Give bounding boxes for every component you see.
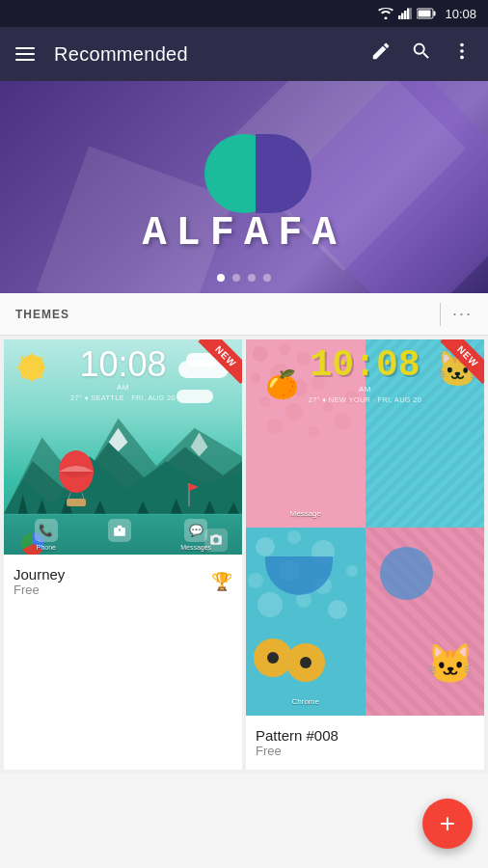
- edit-icon[interactable]: [370, 41, 392, 68]
- journey-price: Free: [14, 583, 65, 597]
- section-divider: [440, 303, 441, 326]
- svg-point-60: [258, 592, 283, 617]
- pattern-location: 27° ♦ NEW YOUR · FRI, AUG 20: [246, 395, 484, 404]
- pattern-details: Pattern #008 Free: [256, 727, 339, 758]
- app-bar: Recommended: [0, 27, 488, 81]
- pattern-price: Free: [256, 744, 339, 758]
- pattern-bl: Chrome: [246, 528, 366, 716]
- theme-card-journey[interactable]: 10:08 AM 27° ♦ SEATTLE · FRI, AUG 20: [4, 339, 242, 770]
- more-icon[interactable]: [451, 41, 473, 68]
- svg-point-10: [460, 56, 464, 60]
- hero-dot-4[interactable]: [263, 274, 271, 282]
- hero-title: ALFAFA: [0, 210, 488, 257]
- wifi-icon: [378, 8, 393, 19]
- journey-new-badge-text: NEW: [198, 339, 242, 384]
- pattern-vinyl2: [286, 643, 325, 682]
- svg-point-53: [334, 413, 351, 430]
- svg-point-51: [267, 419, 283, 434]
- themes-more-button[interactable]: ···: [452, 304, 473, 324]
- status-time: 10:08: [445, 7, 476, 21]
- app-icon-briefcase: ​: [108, 519, 131, 551]
- svg-rect-3: [407, 9, 410, 20]
- hero-banner[interactable]: ALFAFA: [0, 81, 488, 293]
- status-icons: 10:08: [378, 7, 476, 21]
- journey-balloon: [57, 450, 95, 512]
- pattern-cat2: 🐱: [426, 641, 474, 687]
- hero-dot-2[interactable]: [232, 274, 240, 282]
- hamburger-line-1: [15, 47, 35, 49]
- themes-section-title: THEMES: [15, 308, 69, 321]
- svg-rect-23: [67, 499, 86, 506]
- journey-trophy: 🏆: [211, 571, 232, 592]
- pattern-chrome-label: Chrome: [246, 691, 366, 708]
- pattern-message-label: Message: [246, 502, 366, 520]
- themes-grid: 10:08 AM 27° ♦ SEATTLE · FRI, AUG 20: [0, 336, 488, 773]
- journey-info: Journey Free 🏆: [4, 555, 242, 609]
- svg-line-22: [82, 493, 84, 499]
- svg-rect-7: [419, 11, 431, 17]
- page-title: Recommended: [54, 43, 355, 66]
- svg-point-57: [248, 573, 263, 588]
- theme-card-pattern[interactable]: 🍊 🐱: [246, 339, 484, 770]
- journey-location: 27° ♦ SEATTLE · FRI, AUG 20: [56, 393, 191, 402]
- svg-rect-4: [410, 8, 412, 19]
- journey-new-badge: NEW: [188, 339, 242, 393]
- pattern-br: 🐱: [366, 528, 485, 716]
- svg-point-8: [460, 43, 464, 47]
- pattern-new-badge-text: NEW: [440, 339, 484, 384]
- status-bar: 10:08: [0, 0, 488, 27]
- journey-details: Journey Free: [14, 566, 65, 597]
- svg-point-55: [287, 530, 301, 544]
- journey-time-display: 10:08: [56, 347, 191, 382]
- journey-app-icons: 📞 Phone ​ 💬 Messages: [4, 515, 242, 555]
- hero-dot-3[interactable]: [248, 274, 256, 282]
- hamburger-line-3: [15, 59, 35, 61]
- svg-rect-0: [398, 15, 401, 19]
- battery-icon: [417, 8, 436, 19]
- section-header: THEMES ···: [0, 293, 488, 336]
- svg-rect-2: [404, 11, 407, 19]
- hero-dot-1[interactable]: [217, 274, 225, 282]
- svg-point-62: [328, 600, 347, 619]
- fab-plus-icon: +: [440, 808, 455, 839]
- svg-point-63: [346, 565, 358, 577]
- pattern-name: Pattern #008: [256, 727, 339, 744]
- journey-flag: [179, 479, 199, 510]
- fab-add-button[interactable]: +: [422, 799, 473, 849]
- svg-line-21: [68, 493, 70, 499]
- journey-sun: [19, 355, 44, 380]
- journey-time-am: AM: [56, 383, 191, 392]
- svg-rect-1: [401, 14, 404, 20]
- pattern-blue-circle: [380, 547, 433, 600]
- pattern-new-badge: NEW: [430, 339, 484, 393]
- journey-time: 10:08 AM 27° ♦ SEATTLE · FRI, AUG 20: [56, 347, 191, 402]
- svg-point-52: [308, 425, 319, 437]
- app-bar-actions: [370, 41, 473, 68]
- app-icon-phone: 📞 Phone: [35, 519, 58, 551]
- svg-rect-6: [434, 12, 436, 16]
- app-icon-messages: 💬 Messages: [180, 519, 211, 551]
- signal-icon: [398, 8, 412, 19]
- svg-point-48: [285, 403, 303, 420]
- menu-button[interactable]: [15, 47, 39, 61]
- hamburger-line-2: [15, 53, 35, 55]
- hero-dots: [0, 274, 488, 282]
- pattern-info: Pattern #008 Free: [246, 716, 484, 770]
- svg-point-9: [460, 49, 464, 53]
- journey-mountains: [4, 399, 242, 514]
- svg-point-54: [256, 537, 275, 556]
- search-icon[interactable]: [411, 41, 432, 68]
- journey-name: Journey: [14, 566, 65, 583]
- section-more-area: ···: [440, 303, 473, 326]
- pattern-preview: 🍊 🐱: [246, 339, 484, 716]
